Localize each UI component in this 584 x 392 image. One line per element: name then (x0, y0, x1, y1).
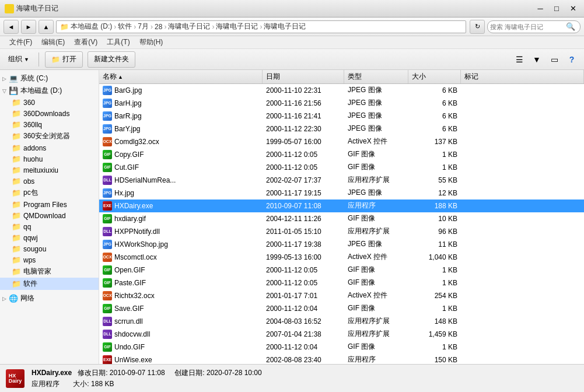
sidebar-label-local-d: 本地磁盘 (D:) (20, 86, 62, 96)
sidebar-item-sougou[interactable]: 📁 sougou (0, 243, 99, 254)
table-row[interactable]: JPG HXWorkShop.jpg 2000-11-17 19:38 JPEG… (99, 238, 584, 251)
table-row[interactable]: GIF Save.GIF 2000-11-12 0:04 GIF 图像 1 KB (99, 302, 584, 315)
sidebar-item-pcbag[interactable]: 📁 pc包 (0, 187, 99, 199)
sidebar-item-obs[interactable]: 📁 obs (0, 176, 99, 187)
table-row[interactable]: JPG BarR.jpg 2000-11-16 21:41 JPEG 图像 6 … (99, 110, 584, 123)
status-created-label: 创建日期: (174, 369, 204, 377)
file-type-icon: OCX (103, 253, 112, 262)
file-type-icon: GIF (103, 278, 112, 288)
sidebar-item-qq[interactable]: 📁 qq (0, 221, 99, 232)
table-row[interactable]: GIF Paste.GIF 2000-11-12 0:05 GIF 图像 1 K… (99, 276, 584, 289)
sidebar-item-meitux[interactable]: 📁 meituxiuxiu (0, 164, 99, 176)
col-header-size[interactable]: 大小 (408, 70, 461, 83)
refresh-button[interactable]: ↻ (470, 20, 485, 34)
table-row[interactable]: GIF Undo.GIF 2000-11-12 0:04 GIF 图像 1 KB (99, 341, 584, 354)
address-path[interactable]: 📁 本地磁盘 (D:) › 软件 › 7月 › 28 › 海啸电子日记 › 海啸… (56, 20, 466, 33)
file-cell-name: JPG BarY.jpg (99, 124, 263, 134)
view-detail-button[interactable]: ☰ (512, 52, 527, 66)
status-type-size: 应用程序 大小: 188 KB (32, 379, 262, 389)
file-type-icon: JPG (103, 188, 112, 198)
table-row[interactable]: DLL scrrun.dll 2004-08-03 16:52 应用程序扩展 1… (99, 315, 584, 328)
close-button[interactable]: ✕ (565, 3, 580, 15)
forward-button[interactable]: ► (21, 20, 36, 34)
back-button[interactable]: ◄ (4, 20, 19, 34)
sidebar-item-qqwj[interactable]: 📁 qqwj (0, 232, 99, 243)
menu-file[interactable]: 文件(F) (5, 36, 37, 48)
sidebar-item-pcmanager[interactable]: 📁 电脑管家 (0, 265, 99, 278)
file-type-icon: JPG (103, 99, 112, 108)
file-type-icon: DLL (103, 176, 112, 185)
organize-button[interactable]: 组织 ▼ (5, 52, 33, 66)
file-cell-type: 应用程序扩展 (344, 316, 408, 326)
drive-icon-d: 💾 (9, 86, 18, 95)
sidebar-item-360downloads[interactable]: 📁 360Downloads (0, 108, 99, 119)
table-row[interactable]: JPG BarG.jpg 2000-11-10 22:31 JPEG 图像 6 … (99, 84, 584, 97)
sidebar-item-local-d[interactable]: ▽ 💾 本地磁盘 (D:) (0, 85, 99, 97)
search-icon[interactable]: 🔍 (566, 22, 575, 31)
file-cell-date: 2000-11-16 21:56 (263, 99, 344, 107)
table-row[interactable]: JPG BarH.jpg 2000-11-16 21:56 JPEG 图像 6 … (99, 97, 584, 110)
sidebar-item-addons[interactable]: 📁 addons (0, 142, 99, 153)
file-cell-size: 254 KB (408, 292, 461, 300)
view-dropdown-button[interactable]: ▼ (529, 52, 544, 66)
open-button[interactable]: 📁 打开 (45, 51, 83, 68)
sidebar-item-qmdl[interactable]: 📁 QMDownload (0, 210, 99, 221)
table-row[interactable]: GIF Open.GIF 2000-11-12 0:05 GIF 图像 1 KB (99, 264, 584, 276)
up-button[interactable]: ▲ (39, 20, 54, 34)
new-folder-button[interactable]: 新建文件夹 (88, 51, 135, 68)
col-header-tag[interactable]: 标记 (461, 70, 584, 83)
sidebar-item-programfiles[interactable]: 📁 Program Files (0, 199, 99, 210)
maximize-button[interactable]: □ (549, 3, 564, 15)
sidebar-item-system-c[interactable]: ▷ 💻 系统 (C:) (0, 72, 99, 85)
status-created-value: 2020-07-28 10:00 (207, 369, 262, 377)
table-row[interactable]: EXE HXDairy.exe 2010-09-07 11:08 应用程序 18… (99, 200, 584, 212)
table-row[interactable]: GIF Copy.GIF 2000-11-12 0:05 GIF 图像 1 KB (99, 148, 584, 161)
status-info-col1: HXDairy.exe 修改日期: 2010-09-07 11:08 创建日期:… (32, 368, 262, 389)
sidebar-item-360llq[interactable]: 📁 360llq (0, 119, 99, 130)
col-header-date[interactable]: 日期 (263, 70, 344, 83)
search-box[interactable]: 🔍 (487, 20, 580, 33)
file-cell-name: GIF Copy.GIF (99, 150, 263, 159)
file-cell-name: JPG BarH.jpg (99, 99, 263, 108)
sidebar-item-360[interactable]: 📁 360 (0, 97, 99, 108)
col-header-type[interactable]: 类型 (344, 70, 408, 83)
table-row[interactable]: OCX Richtx32.ocx 2001-01-17 7:01 ActiveX… (99, 289, 584, 302)
sidebar-item-360browser[interactable]: 📁 360安全浏览器 (0, 130, 99, 142)
table-row[interactable]: JPG Hx.jpg 2000-11-17 19:15 JPEG 图像 12 K… (99, 187, 584, 200)
table-row[interactable]: EXE UnWise.exe 2002-08-08 23:40 应用程序 150… (99, 354, 584, 364)
table-row[interactable]: GIF hxdiary.gif 2004-12-11 11:26 GIF 图像 … (99, 212, 584, 225)
sidebar-label-wps: wps (23, 256, 36, 264)
menu-edit[interactable]: 编辑(E) (37, 36, 69, 48)
table-row[interactable]: GIF Cut.GIF 2000-11-12 0:05 GIF 图像 1 KB (99, 161, 584, 174)
sidebar-item-software[interactable]: 📁 软件 (0, 278, 99, 290)
menu-view[interactable]: 查看(V) (69, 36, 102, 48)
title-bar: 海啸电子日记 ─ □ ✕ (0, 0, 584, 18)
file-cell-date: 2000-11-16 21:41 (263, 112, 344, 120)
file-type-icon: DLL (103, 317, 112, 326)
folder-icon-wps: 📁 (12, 256, 21, 264)
preview-pane-button[interactable]: ▭ (547, 52, 562, 66)
table-row[interactable]: OCX Comdlg32.ocx 1999-05-07 16:00 Active… (99, 135, 584, 148)
status-file-icon: HXDairy (6, 369, 25, 388)
sidebar-item-huohu[interactable]: 📁 huohu (0, 153, 99, 164)
file-list-header: 名称 ▲ 日期 类型 大小 标记 (99, 70, 584, 84)
file-type-icon: JPG (103, 86, 112, 95)
sidebar-item-wps[interactable]: 📁 wps (0, 254, 99, 265)
table-row[interactable]: OCX Mscomctl.ocx 1999-05-13 16:00 Active… (99, 251, 584, 264)
menu-help[interactable]: 帮助(H) (135, 36, 168, 48)
table-row[interactable]: DLL shdocvw.dll 2007-01-04 21:38 应用程序扩展 … (99, 328, 584, 341)
status-filename: HXDairy.exe 修改日期: 2010-09-07 11:08 创建日期:… (32, 368, 262, 378)
menu-tools[interactable]: 工具(T) (102, 36, 134, 48)
search-input[interactable] (490, 23, 566, 30)
sidebar-item-network[interactable]: ▷ 🌐 网络 (0, 292, 99, 304)
table-row[interactable]: JPG BarY.jpg 2000-11-12 22:30 JPEG 图像 6 … (99, 123, 584, 135)
minimize-button[interactable]: ─ (533, 3, 548, 15)
col-header-name[interactable]: 名称 ▲ (99, 70, 263, 83)
file-cell-size: 1 KB (408, 279, 461, 287)
file-cell-type: GIF 图像 (344, 214, 408, 223)
table-row[interactable]: DLL HDSerialNumRea... 2002-02-07 17:37 应… (99, 174, 584, 187)
organize-arrow: ▼ (24, 57, 29, 62)
help-button[interactable]: ? (564, 52, 579, 66)
table-row[interactable]: DLL HXPPNotify.dll 2011-01-05 15:10 应用程序… (99, 225, 584, 238)
file-cell-type: JPEG 图像 (344, 111, 408, 121)
